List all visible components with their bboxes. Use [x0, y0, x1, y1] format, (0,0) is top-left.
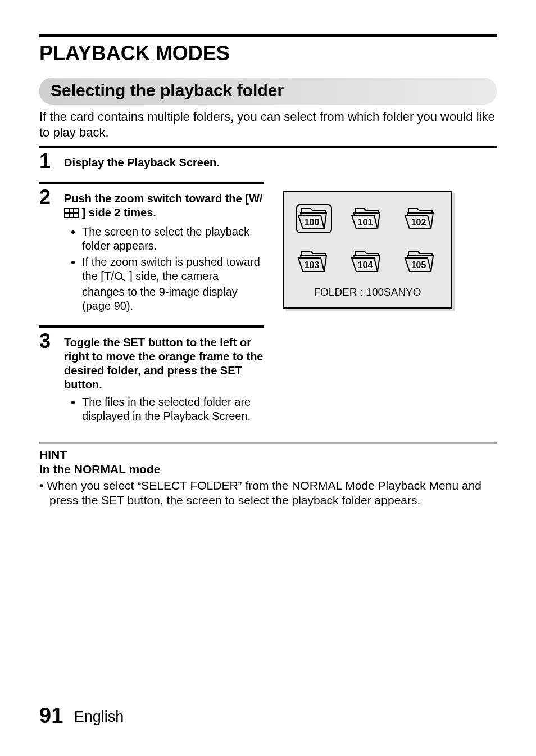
bullet: The files in the selected folder are dis… — [82, 395, 264, 423]
svg-rect-4 — [65, 214, 69, 217]
folder-icon: 105 — [403, 247, 439, 276]
section-heading: Selecting the playback folder — [39, 78, 497, 105]
folder-icon: 101 — [349, 204, 385, 233]
step-body: Push the zoom switch toward the [W/ ] si… — [64, 187, 264, 315]
svg-text:100: 100 — [305, 218, 320, 227]
step-1: 1 Display the Playback Screen. — [39, 151, 497, 171]
magnifier-icon — [114, 271, 126, 285]
folder-icon: 100 — [296, 204, 332, 233]
svg-rect-6 — [74, 214, 78, 217]
step-2-row: 2 Push the zoom switch toward the [W/ ] … — [39, 187, 497, 315]
rule-above-step-1 — [39, 146, 497, 148]
svg-rect-2 — [70, 209, 73, 212]
step-head: Push the zoom switch toward the [W/ ] si… — [64, 192, 262, 219]
svg-rect-3 — [74, 209, 78, 212]
svg-line-8 — [121, 278, 125, 281]
step-3-left: 3 Toggle the SET button to the left or r… — [39, 331, 264, 425]
page-title: PLAYBACK MODES — [39, 42, 497, 65]
rule-above-step-2 — [39, 182, 264, 184]
step-number: 2 — [39, 187, 64, 207]
folder-icon: 102 — [403, 204, 439, 233]
folder-grid: 100 101 102 103 — [293, 204, 442, 276]
folder-icon: 103 — [296, 247, 332, 276]
svg-text:101: 101 — [358, 218, 373, 227]
step-2-left: 2 Push the zoom switch toward the [W/ ] … — [39, 187, 264, 315]
rule-above-step-3 — [39, 325, 264, 328]
figure-caption: FOLDER : 100SANYO — [293, 286, 442, 298]
step-head: Toggle the SET button to the left or rig… — [64, 336, 263, 391]
page-language: English — [74, 708, 124, 725]
svg-rect-5 — [70, 214, 73, 217]
step-2-bullets: The screen to select the playback folder… — [64, 225, 264, 313]
svg-text:104: 104 — [358, 260, 373, 270]
svg-rect-1 — [65, 209, 69, 212]
step-head-pre: Push the zoom switch toward the [W/ — [64, 192, 262, 205]
step-2: 2 Push the zoom switch toward the [W/ ] … — [39, 187, 264, 315]
step-number: 3 — [39, 331, 64, 351]
step-body: Toggle the SET button to the left or rig… — [64, 331, 264, 425]
step-head-post: ] side 2 times. — [79, 206, 156, 219]
top-rule — [39, 34, 497, 37]
hint-title: HINT — [39, 447, 497, 462]
page-number: 91 — [39, 704, 63, 727]
intro-text: If the card contains multiple folders, y… — [39, 109, 497, 140]
step-head: Display the Playback Screen. — [64, 156, 220, 169]
folder-select-screen: 100 101 102 103 — [283, 191, 452, 309]
folder-icon: 104 — [349, 247, 385, 276]
hint-block: HINT In the NORMAL mode When you select … — [39, 447, 497, 508]
hint-bullets: When you select “SELECT FOLDER” from the… — [39, 478, 497, 508]
step-3-bullets: The files in the selected folder are dis… — [64, 395, 264, 423]
figure: 100 101 102 103 — [283, 191, 452, 309]
hint-bullet: When you select “SELECT FOLDER” from the… — [39, 478, 497, 508]
bullet: The screen to select the playback folder… — [82, 225, 264, 253]
multi-thumb-icon — [64, 207, 79, 221]
svg-text:105: 105 — [411, 260, 426, 270]
hint-subtitle: In the NORMAL mode — [39, 462, 497, 477]
step-body: Display the Playback Screen. — [64, 151, 497, 170]
svg-text:102: 102 — [411, 218, 426, 227]
step-3: 3 Toggle the SET button to the left or r… — [39, 331, 264, 425]
svg-text:103: 103 — [305, 260, 320, 270]
hint-rule — [39, 442, 497, 444]
step-number: 1 — [39, 151, 64, 171]
page-footer: 91 English — [39, 704, 124, 728]
bullet: If the zoom switch is pushed toward the … — [82, 255, 264, 313]
page: PLAYBACK MODES Selecting the playback fo… — [0, 0, 536, 756]
